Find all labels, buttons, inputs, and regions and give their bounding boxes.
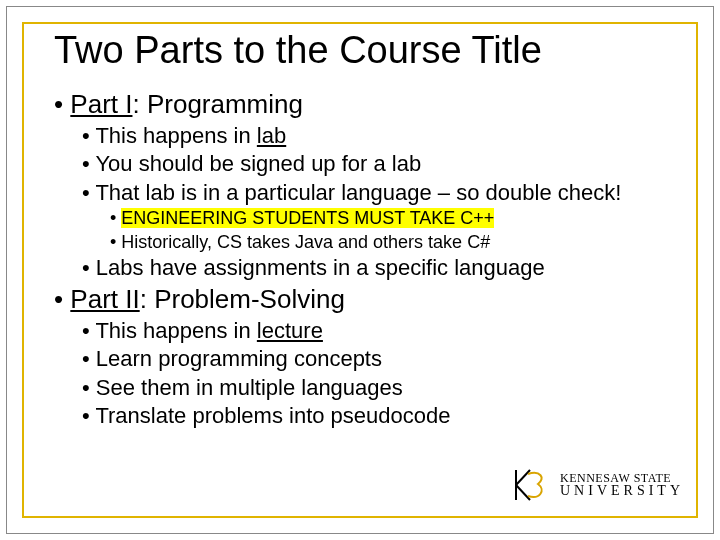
part1-item-assignments: Labs have assignments in a specific lang… xyxy=(82,254,680,283)
slide-title: Two Parts to the Course Title xyxy=(54,30,680,72)
highlight-engineering: ENGINEERING STUDENTS MUST TAKE C++ xyxy=(121,208,494,228)
part2-item-lecture: This happens in lecture xyxy=(82,317,680,346)
logo-line2: UNIVERSITY xyxy=(560,484,684,498)
part2-heading-rest: : Problem-Solving xyxy=(140,284,345,314)
part1-item-history: Historically, CS takes Java and others t… xyxy=(110,231,680,254)
ks-mark-icon xyxy=(510,464,552,506)
part1-item-lab-text: This happens in xyxy=(95,123,256,148)
part1-sublist: This happens in lab You should be signed… xyxy=(54,122,680,283)
part1-item-engineering: ENGINEERING STUDENTS MUST TAKE C++ xyxy=(110,207,680,230)
part2-item-concepts: Learn programming concepts xyxy=(82,345,680,374)
part1-item-lab: This happens in lab xyxy=(82,122,680,151)
part2-heading: Part II: Problem-Solving This happens in… xyxy=(54,283,680,431)
slide: Two Parts to the Course Title Part I: Pr… xyxy=(0,0,720,540)
bullet-list: Part I: Programming This happens in lab … xyxy=(54,88,680,431)
part1-item-language: That lab is in a particular language – s… xyxy=(82,179,680,208)
part2-item-pseudocode: Translate problems into pseudocode xyxy=(82,402,680,431)
part2-item-lecture-underline: lecture xyxy=(257,318,323,343)
part1-heading: Part I: Programming This happens in lab … xyxy=(54,88,680,283)
part1-item-lab-underline: lab xyxy=(257,123,286,148)
part1-heading-underline: Part I xyxy=(70,89,132,119)
part2-sublist: This happens in lecture Learn programmin… xyxy=(54,317,680,431)
part2-item-languages: See them in multiple languages xyxy=(82,374,680,403)
university-logo: KENNESAW STATE UNIVERSITY xyxy=(510,464,684,506)
slide-content: Two Parts to the Course Title Part I: Pr… xyxy=(54,30,680,431)
logo-text: KENNESAW STATE UNIVERSITY xyxy=(560,472,684,498)
part2-item-lecture-text: This happens in xyxy=(95,318,256,343)
part1-item-signup: You should be signed up for a lab xyxy=(82,150,680,179)
part2-heading-underline: Part II xyxy=(70,284,139,314)
part1-heading-rest: : Programming xyxy=(132,89,303,119)
part1-subsublist: ENGINEERING STUDENTS MUST TAKE C++ Histo… xyxy=(54,207,680,254)
